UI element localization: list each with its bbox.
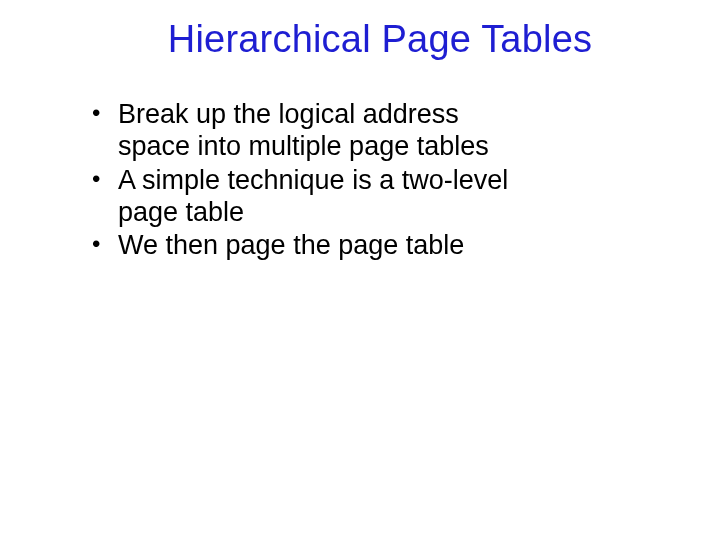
slide-title: Hierarchical Page Tables	[100, 18, 660, 61]
bullet-item: We then page the page table	[90, 230, 520, 262]
bullet-item: Break up the logical address space into …	[90, 99, 520, 163]
bullet-item: A simple technique is a two-level page t…	[90, 165, 520, 229]
slide-container: Hierarchical Page Tables Break up the lo…	[0, 0, 720, 540]
bullet-list: Break up the logical address space into …	[90, 99, 660, 262]
slide-content: Break up the logical address space into …	[60, 99, 660, 262]
